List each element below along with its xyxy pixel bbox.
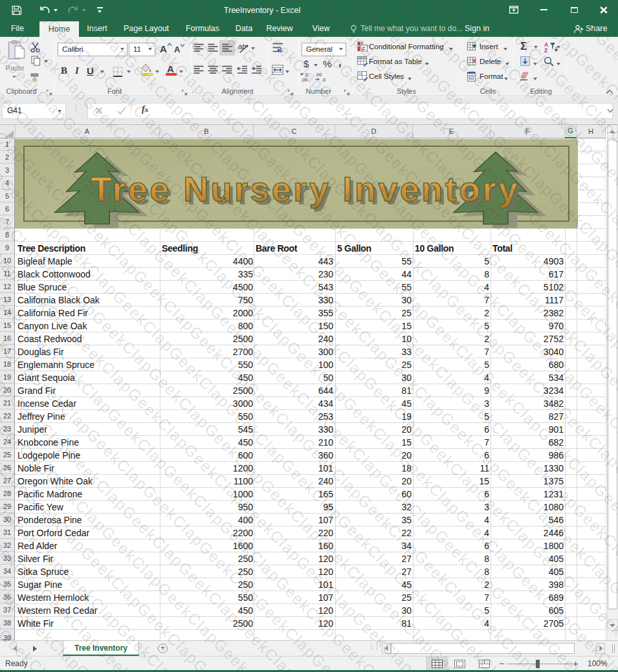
svg-text:.0: .0: [322, 77, 326, 82]
svg-text:Z: Z: [544, 47, 547, 52]
svg-text:.00: .00: [301, 77, 307, 82]
svg-text:Tree Nursery Inventory: Tree Nursery Inventory: [91, 169, 518, 208]
svg-text:ab: ab: [238, 43, 246, 50]
svg-text:≠: ≠: [362, 45, 366, 52]
svg-text:.00: .00: [315, 72, 322, 78]
